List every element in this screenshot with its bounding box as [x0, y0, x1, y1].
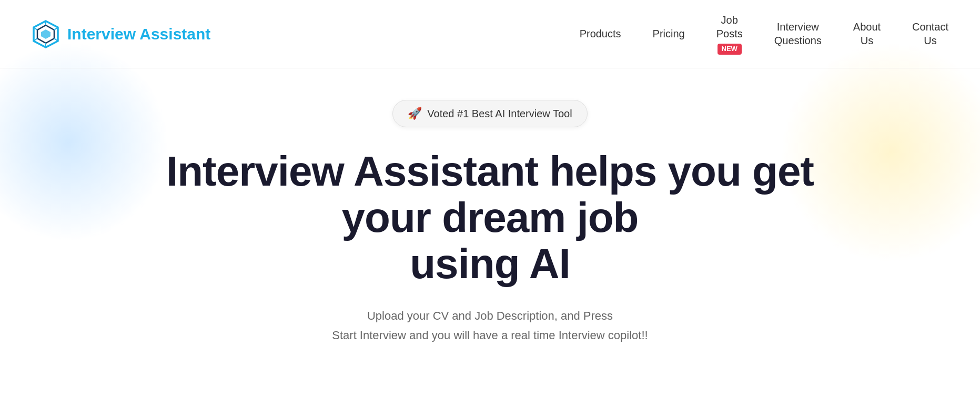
hero-headline: Interview Assistant helps you get your d… — [166, 148, 814, 287]
nav-links: Products Pricing JobPosts NEW InterviewQ… — [580, 13, 948, 55]
voted-badge-text: Voted #1 Best AI Interview Tool — [427, 108, 572, 120]
nav-item-about-us[interactable]: AboutUs — [853, 20, 881, 47]
nav-item-interview-questions[interactable]: InterviewQuestions — [774, 20, 822, 47]
hero-subtext: Upload your CV and Job Description, and … — [332, 306, 648, 345]
nav-item-products[interactable]: Products — [580, 27, 621, 40]
svg-marker-2 — [41, 29, 50, 39]
logo-link[interactable]: Interview Assistant — [32, 20, 210, 48]
nav-item-job-posts[interactable]: JobPosts NEW — [716, 13, 743, 55]
hero-subtext-line2: Start Interview and you will have a real… — [332, 329, 648, 342]
hero-headline-line2: your dream job — [342, 194, 639, 241]
logo-icon — [32, 20, 60, 48]
logo-text: Interview Assistant — [67, 25, 210, 43]
navbar: Interview Assistant Products Pricing Job… — [0, 0, 980, 68]
main-content: 🚀 Voted #1 Best AI Interview Tool Interv… — [0, 68, 980, 345]
hero-subtext-line1: Upload your CV and Job Description, and … — [367, 309, 613, 322]
nav-item-contact-us[interactable]: ContactUs — [912, 20, 948, 47]
rocket-icon: 🚀 — [408, 107, 422, 120]
new-badge: NEW — [718, 44, 742, 55]
hero-headline-line3: using AI — [410, 240, 570, 287]
nav-item-pricing[interactable]: Pricing — [653, 27, 685, 40]
voted-badge: 🚀 Voted #1 Best AI Interview Tool — [392, 100, 587, 127]
nav-item-job-posts-label: JobPosts — [716, 13, 743, 40]
hero-headline-line1: Interview Assistant helps you get — [166, 148, 814, 195]
